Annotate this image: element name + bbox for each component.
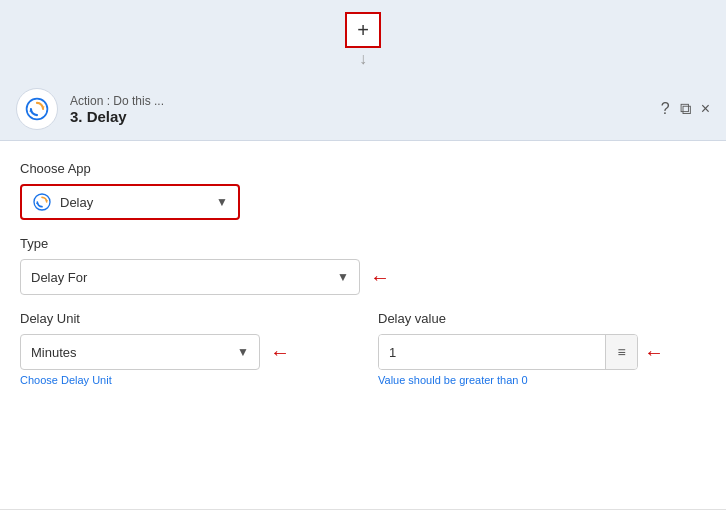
delay-unit-section: Delay Unit Minutes ▼ ← Choose Delay Unit <box>20 311 348 386</box>
type-label: Type <box>20 236 706 251</box>
type-red-arrow: ← <box>370 267 390 287</box>
app-dropdown-icon <box>32 192 52 212</box>
delay-unit-label: Delay Unit <box>20 311 348 326</box>
value-row: ≡ ← <box>378 334 706 370</box>
action-title: 3. Delay <box>70 108 661 125</box>
type-dropdown[interactable]: Delay For ▼ <box>20 259 360 295</box>
delay-row: Delay Unit Minutes ▼ ← Choose Delay Unit… <box>20 311 706 386</box>
app-dropdown-arrow: ▼ <box>216 195 228 209</box>
menu-icon[interactable]: ≡ <box>605 335 637 369</box>
value-red-arrow: ← <box>644 342 664 362</box>
delay-value-input[interactable] <box>379 335 605 369</box>
unit-red-arrow: ← <box>270 342 290 362</box>
unit-dropdown-arrow: ▼ <box>237 345 249 359</box>
action-subtitle: Action : Do this ... <box>70 94 661 108</box>
value-input-wrap: ≡ <box>378 334 638 370</box>
delay-unit-hint: Choose Delay Unit <box>20 374 348 386</box>
app-selected-value: Delay <box>60 195 93 210</box>
top-area: + ↓ <box>0 0 726 78</box>
type-row: Delay For ▼ ← <box>20 259 706 295</box>
action-icon <box>16 88 58 130</box>
type-section: Type Delay For ▼ ← <box>20 236 706 295</box>
plus-icon: + <box>357 19 369 42</box>
down-arrow: ↓ <box>359 50 367 68</box>
delay-value-label: Delay value <box>378 311 706 326</box>
action-header: Action : Do this ... 3. Delay ? ⧉ × <box>0 78 726 141</box>
delay-icon <box>24 96 50 122</box>
value-hint: Value should be greater than 0 <box>378 374 706 386</box>
svg-point-0 <box>27 99 48 120</box>
unit-row: Minutes ▼ ← <box>20 334 348 370</box>
svg-marker-4 <box>45 200 48 202</box>
type-dropdown-arrow: ▼ <box>337 270 349 284</box>
copy-button[interactable]: ⧉ <box>680 100 691 118</box>
action-controls: ? ⧉ × <box>661 100 710 118</box>
close-button[interactable]: × <box>701 100 710 118</box>
unit-selected-value: Minutes <box>31 345 77 360</box>
add-step-button[interactable]: + <box>345 12 381 48</box>
help-button[interactable]: ? <box>661 100 670 118</box>
unit-dropdown[interactable]: Minutes ▼ <box>20 334 260 370</box>
action-text: Action : Do this ... 3. Delay <box>70 94 661 125</box>
svg-point-3 <box>34 194 50 210</box>
choose-app-label: Choose App <box>20 161 706 176</box>
choose-app-section: Choose App Delay ▼ <box>20 161 706 220</box>
app-dropdown[interactable]: Delay ▼ <box>20 184 240 220</box>
app-dropdown-left: Delay <box>32 192 93 212</box>
type-selected-value: Delay For <box>31 270 87 285</box>
delay-value-section: Delay value ≡ ← Value should be greater … <box>378 311 706 386</box>
main-content: Choose App Delay ▼ Type Delay For ▼ <box>0 141 726 509</box>
